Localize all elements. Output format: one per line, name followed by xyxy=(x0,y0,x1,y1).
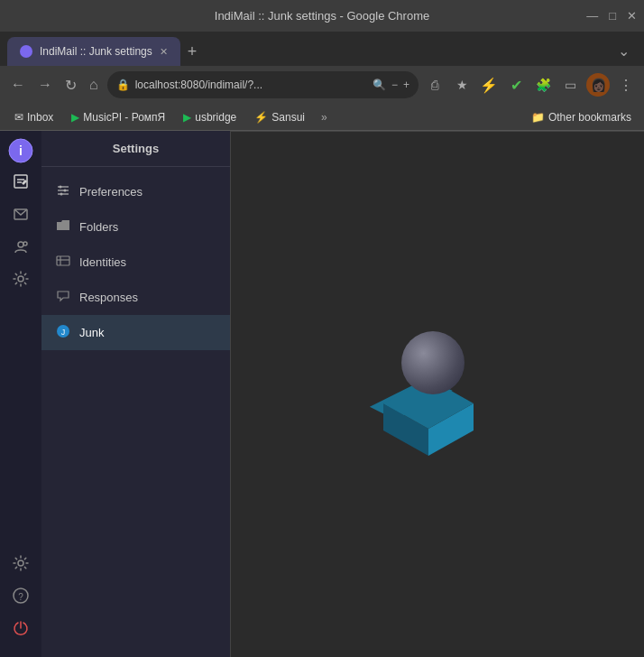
folders-icon xyxy=(56,218,70,236)
svg-point-7 xyxy=(23,242,27,245)
zoom-minus-button[interactable]: − xyxy=(391,79,398,91)
bookmark-musicpi-label: MusicPI - РомпЯ xyxy=(83,111,165,124)
musicpi-bookmark-icon: ▶ xyxy=(71,111,79,124)
folder-icon: 📁 xyxy=(531,111,545,124)
mail-icon[interactable] xyxy=(6,199,35,228)
settings-item-identities[interactable]: Identities xyxy=(41,245,230,280)
contacts-icon[interactable] xyxy=(6,232,35,261)
sansui-bookmark-icon: ⚡ xyxy=(254,111,268,124)
app-content: i xyxy=(0,131,644,657)
minimize-button[interactable]: — xyxy=(586,10,598,22)
share-icon[interactable]: ⎙ xyxy=(424,74,446,96)
bookmark-musicpi[interactable]: ▶ MusicPI - РомпЯ xyxy=(64,109,172,125)
folders-label: Folders xyxy=(79,220,118,234)
profile-emoji: 👩🏿 xyxy=(591,78,606,92)
tab-favicon xyxy=(20,45,32,58)
address-bar[interactable]: 🔒 localhost:8080/indimail/?... 🔍 − + xyxy=(107,71,419,98)
bookmark-usbridge[interactable]: ▶ usbridge xyxy=(176,109,244,125)
bookmark-icon[interactable]: ★ xyxy=(451,74,473,96)
bookmark-sansui-label: Sansui xyxy=(271,111,305,124)
junk-label: Junk xyxy=(79,326,104,339)
help-icon[interactable]: ? xyxy=(6,581,35,610)
bookmark-inbox-label: Inbox xyxy=(27,111,53,124)
power-icon[interactable] xyxy=(6,614,35,643)
svg-point-6 xyxy=(18,242,23,247)
settings-panel: Settings Preferences xyxy=(41,131,231,657)
reload-button[interactable]: ↻ xyxy=(61,73,80,97)
main-divider xyxy=(231,131,644,132)
green-extension-icon[interactable]: ✔ xyxy=(505,74,527,96)
settings-menu: Preferences Folders xyxy=(41,167,230,657)
home-button[interactable]: ⌂ xyxy=(86,73,102,97)
bookmarks-overflow-button[interactable]: » xyxy=(316,109,333,125)
close-button[interactable]: ✕ xyxy=(627,10,637,22)
sidebar-toggle-icon[interactable]: ▭ xyxy=(559,74,581,96)
identities-icon xyxy=(56,254,70,271)
responses-icon xyxy=(56,289,70,306)
svg-text:?: ? xyxy=(18,592,23,602)
other-bookmarks-button[interactable]: 📁 Other bookmarks xyxy=(526,109,637,125)
icon-bar-bottom: ? xyxy=(6,549,35,650)
junk-icon: J xyxy=(56,324,70,341)
settings-item-folders[interactable]: Folders xyxy=(41,209,230,245)
lock-icon: 🔒 xyxy=(116,79,130,91)
sphere-shape xyxy=(401,331,465,394)
preferences-label: Preferences xyxy=(79,185,143,199)
tab-bar: IndiMail :: Junk settings ✕ + ⌄ xyxy=(0,32,644,66)
settings-item-responses[interactable]: Responses xyxy=(41,280,230,315)
zoom-plus-button[interactable]: + xyxy=(403,79,409,91)
box-svg xyxy=(379,385,496,458)
svg-point-9 xyxy=(18,560,23,566)
other-bookmarks-label: Other bookmarks xyxy=(548,111,631,124)
nav-bar: ← → ↻ ⌂ 🔒 localhost:8080/indimail/?... 🔍… xyxy=(0,66,644,104)
isometric-graphic xyxy=(379,331,496,458)
new-tab-button[interactable]: + xyxy=(180,37,205,66)
yellow-extension-icon[interactable]: ⚡ xyxy=(478,74,500,96)
svg-rect-19 xyxy=(57,256,69,265)
responses-label: Responses xyxy=(79,291,138,304)
nav-icons: ⎙ ★ ⚡ ✔ 🧩 ▭ 👩🏿 ⋮ xyxy=(424,73,637,97)
profile-avatar[interactable]: 👩🏿 xyxy=(586,73,610,97)
tab-overflow-button[interactable]: ⌄ xyxy=(611,37,637,66)
chrome-menu-icon[interactable]: ⋮ xyxy=(615,74,637,96)
settings-icon[interactable] xyxy=(6,264,35,293)
identities-label: Identities xyxy=(79,255,126,269)
svg-point-18 xyxy=(60,193,63,196)
forward-button[interactable]: → xyxy=(34,73,56,97)
back-button[interactable]: ← xyxy=(7,73,29,97)
main-content xyxy=(231,131,644,657)
maximize-button[interactable]: □ xyxy=(609,10,616,22)
indimail-logo[interactable]: i xyxy=(8,138,33,163)
tab-label: IndiMail :: Junk settings xyxy=(40,45,152,58)
settings-item-preferences[interactable]: Preferences xyxy=(41,174,230,209)
puzzle-icon[interactable]: 🧩 xyxy=(532,74,554,96)
search-icon: 🔍 xyxy=(373,79,386,91)
svg-point-8 xyxy=(18,276,23,282)
window-title: IndiMail :: Junk settings - Google Chrom… xyxy=(215,9,429,23)
tab-close-button[interactable]: ✕ xyxy=(160,46,168,58)
svg-text:i: i xyxy=(19,143,23,158)
active-tab[interactable]: IndiMail :: Junk settings ✕ xyxy=(7,37,180,66)
icon-bar-top: i xyxy=(6,138,35,545)
inbox-bookmark-icon: ✉ xyxy=(14,111,23,124)
address-text: localhost:8080/indimail/?... xyxy=(135,79,367,91)
svg-text:J: J xyxy=(61,328,66,337)
window-controls: — □ ✕ xyxy=(586,10,637,22)
title-bar: IndiMail :: Junk settings - Google Chrom… xyxy=(0,0,644,32)
svg-point-17 xyxy=(64,190,67,192)
settings-header: Settings xyxy=(41,131,230,167)
icon-bar: i xyxy=(0,131,41,657)
compose-icon[interactable] xyxy=(6,167,35,196)
usbridge-bookmark-icon: ▶ xyxy=(183,111,191,124)
settings-item-junk[interactable]: J Junk xyxy=(41,315,230,350)
bookmark-usbridge-label: usbridge xyxy=(195,111,236,124)
svg-point-16 xyxy=(60,186,62,189)
bookmark-inbox[interactable]: ✉ Inbox xyxy=(7,109,60,125)
bookmark-sansui[interactable]: ⚡ Sansui xyxy=(247,109,312,125)
chrome-window: IndiMail :: Junk settings - Google Chrom… xyxy=(0,0,644,657)
preferences-icon xyxy=(56,183,70,200)
gear-icon[interactable] xyxy=(6,549,35,578)
bookmarks-bar: ✉ Inbox ▶ MusicPI - РомпЯ ▶ usbridge ⚡ S… xyxy=(0,104,644,131)
